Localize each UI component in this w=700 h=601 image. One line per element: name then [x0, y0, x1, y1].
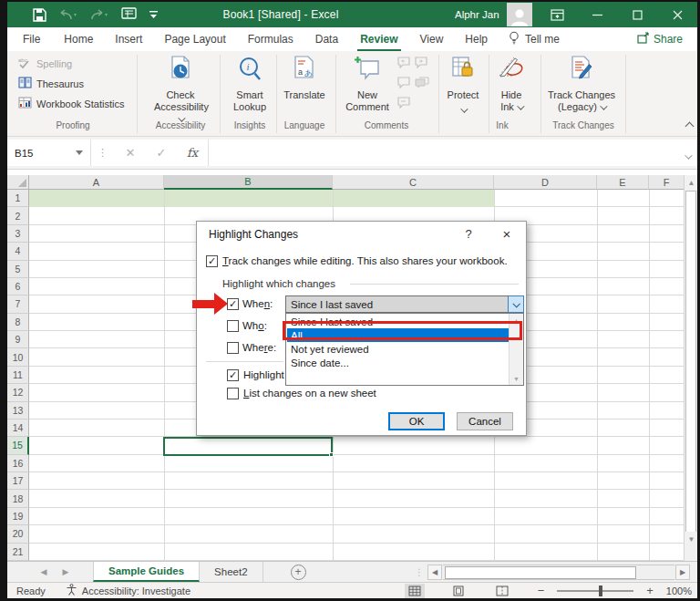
share-button[interactable]: Share — [628, 28, 692, 50]
row-header[interactable]: 5 — [7, 261, 29, 278]
new-sheet-icon[interactable]: + — [291, 565, 306, 580]
tab-help[interactable]: Help — [457, 28, 496, 50]
tab-file[interactable]: File — [15, 28, 48, 50]
row-header[interactable]: 4 — [7, 243, 29, 260]
prev-sheet-icon[interactable]: ◀ — [33, 562, 55, 582]
vertical-scrollbar[interactable]: ▲ ▼ — [684, 175, 697, 561]
formula-bar-splitter[interactable]: ⋮ — [91, 147, 115, 159]
column-header-b[interactable]: B — [164, 175, 333, 190]
column-header-d[interactable]: D — [494, 175, 597, 190]
tab-page-layout[interactable]: Page Layout — [156, 28, 233, 50]
who-checkbox[interactable] — [227, 320, 239, 332]
page-break-view-icon[interactable] — [492, 584, 512, 598]
maximize-button[interactable] — [617, 2, 657, 27]
protect-button[interactable]: Protect — [437, 56, 489, 116]
when-combo-value[interactable]: Since I last saved — [285, 295, 509, 313]
dialog-close-icon[interactable]: × — [493, 223, 520, 244]
normal-view-icon[interactable] — [405, 584, 425, 598]
new-comment-button[interactable]: New Comment — [341, 56, 394, 113]
column-header-c[interactable]: C — [333, 175, 494, 190]
sheet-tab-sample-guides[interactable]: Sample Guides — [93, 562, 200, 582]
translate-button[interactable]: aあ Translate — [278, 56, 331, 101]
tab-formulas[interactable]: Formulas — [240, 28, 302, 50]
horizontal-scrollbar[interactable]: ⋮ ◀ ▶ — [427, 565, 690, 580]
when-checkbox[interactable]: ✓ — [227, 298, 239, 310]
row-header[interactable]: 8 — [7, 314, 29, 331]
hide-ink-button[interactable]: Hide Ink — [485, 56, 538, 113]
scroll-up-icon[interactable]: ▲ — [685, 175, 698, 190]
row-header[interactable]: 19 — [7, 508, 29, 525]
spelling-button[interactable]: abc Spelling — [18, 57, 72, 71]
row-header[interactable]: 18 — [7, 490, 29, 507]
dropdown-item-since-date[interactable]: Since date... — [287, 356, 510, 369]
dialog-help-icon[interactable]: ? — [455, 223, 482, 244]
select-all-corner[interactable] — [7, 175, 29, 190]
row-header[interactable]: 10 — [7, 348, 29, 366]
row-header[interactable]: 13 — [7, 402, 29, 420]
insert-function-icon[interactable]: fx — [177, 146, 208, 160]
formula-input[interactable] — [208, 140, 697, 166]
scroll-right-icon[interactable]: ▶ — [675, 565, 690, 580]
row-header[interactable]: 7 — [7, 295, 29, 313]
page-layout-view-icon[interactable] — [448, 584, 468, 598]
row-header[interactable]: 17 — [7, 472, 29, 490]
row-header[interactable]: 20 — [7, 525, 29, 543]
tab-review[interactable]: Review — [352, 28, 406, 50]
scroll-down-icon[interactable]: ▼ — [685, 532, 698, 546]
ok-button[interactable]: OK — [388, 412, 445, 430]
row-header[interactable]: 21 — [7, 544, 29, 561]
name-box[interactable]: B15 — [7, 140, 91, 166]
track-changes-checkbox[interactable]: ✓ — [206, 255, 218, 267]
minimize-button[interactable] — [577, 2, 617, 27]
workbook-statistics-button[interactable]: Workbook Statistics — [18, 97, 124, 110]
zoom-slider[interactable] — [557, 590, 633, 592]
row-header[interactable]: 16 — [7, 455, 29, 472]
name-box-dropdown-icon[interactable] — [76, 150, 83, 155]
row-header-selected[interactable]: 15 — [7, 437, 29, 454]
list-changes-checkbox[interactable] — [227, 388, 239, 399]
row-header[interactable]: 3 — [7, 225, 29, 243]
row-header[interactable]: 1 — [7, 190, 29, 207]
close-button[interactable] — [657, 2, 697, 27]
thesaurus-button[interactable]: Thesaurus — [18, 77, 84, 90]
column-header-a[interactable]: A — [29, 175, 164, 190]
tell-me[interactable]: Tell me — [509, 31, 560, 47]
scroll-left-icon[interactable]: ◀ — [427, 565, 442, 580]
row-header[interactable]: 2 — [7, 207, 29, 224]
zoom-in-icon[interactable]: + — [646, 584, 654, 597]
user-name[interactable]: Alphr Jan — [455, 9, 499, 20]
undo-icon[interactable] — [59, 9, 77, 21]
highlight-onscreen-checkbox[interactable]: ✓ — [227, 369, 239, 381]
confirm-entry-icon[interactable]: ✓ — [146, 146, 177, 160]
column-header-e[interactable]: E — [597, 175, 649, 190]
tab-view[interactable]: View — [412, 28, 452, 50]
zoom-out-icon[interactable]: − — [538, 584, 545, 597]
cancel-button[interactable]: Cancel — [457, 412, 513, 430]
expand-formula-bar-icon[interactable] — [685, 147, 690, 163]
when-combo-dropdown-icon[interactable] — [508, 295, 524, 313]
fill-handle[interactable] — [329, 452, 334, 457]
scroll-down-icon[interactable]: ▼ — [510, 372, 523, 385]
zoom-slider-thumb[interactable] — [599, 585, 602, 596]
track-changes-legacy-button[interactable]: Track Changes (Legacy) — [547, 56, 616, 113]
save-icon[interactable] — [33, 8, 46, 22]
check-accessibility-button[interactable]: Check Accessibility — [154, 56, 207, 125]
row-header[interactable]: 12 — [7, 384, 29, 401]
selected-cell-b15[interactable] — [163, 437, 333, 456]
row-header[interactable]: 9 — [7, 331, 29, 348]
tab-data[interactable]: Data — [307, 28, 346, 50]
accessibility-status[interactable]: Accessibility: Investigate — [66, 584, 190, 597]
horizontal-scroll-thumb[interactable] — [445, 566, 636, 579]
collapse-ribbon-icon[interactable] — [686, 120, 693, 131]
dropdown-item-not-reviewed[interactable]: Not yet reviewed — [287, 342, 510, 356]
tab-insert[interactable]: Insert — [107, 28, 150, 50]
redo-icon[interactable] — [90, 9, 108, 21]
scrollbar-splitter[interactable]: ⋮ — [415, 567, 424, 577]
where-checkbox[interactable] — [227, 342, 239, 354]
vertical-scroll-thumb[interactable] — [685, 191, 696, 537]
ribbon-display-options-icon[interactable] — [537, 2, 577, 27]
smart-lookup-button[interactable]: i Smart Lookup — [223, 56, 276, 113]
row-header[interactable]: 11 — [7, 367, 29, 384]
tab-home[interactable]: Home — [56, 28, 101, 50]
row-header[interactable]: 6 — [7, 278, 29, 295]
